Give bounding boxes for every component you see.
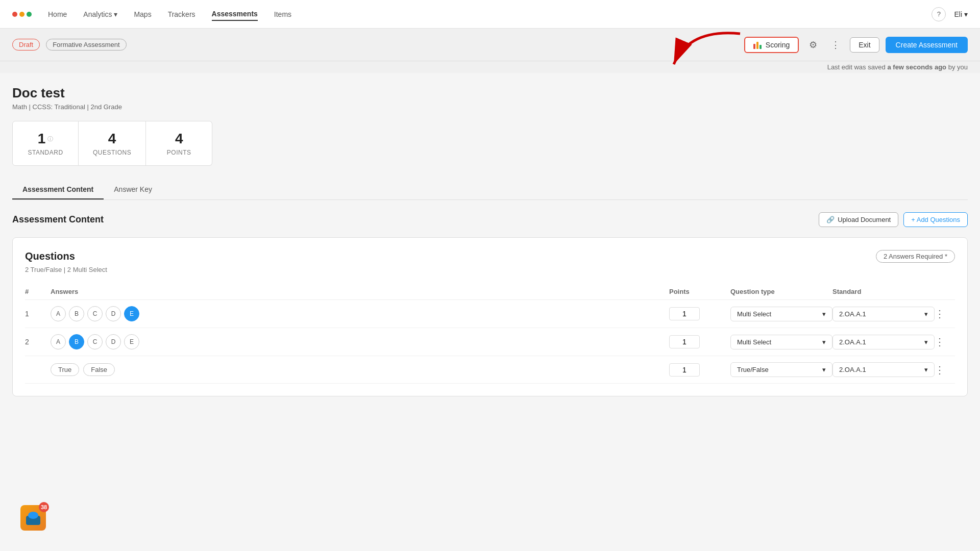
tabs: Assessment Content Answer Key: [12, 180, 968, 200]
user-menu[interactable]: Eli ▾: [954, 10, 968, 18]
logo: [12, 12, 32, 17]
answer-choice-A[interactable]: A: [51, 306, 66, 321]
questions-header: Questions 2 Answers Required *: [25, 250, 955, 263]
content-header: Assessment Content 🔗 Upload Document + A…: [12, 212, 968, 227]
content-section-title: Assessment Content: [12, 214, 104, 225]
nav-assessments[interactable]: Assessments: [212, 8, 258, 21]
col-header-actions: [935, 288, 955, 295]
logo-dot-green: [27, 12, 32, 17]
col-header-question-type: Question type: [730, 288, 832, 295]
col-header-num: #: [25, 288, 51, 295]
table-row: 2 A B C D E Multi Select ▾ 2.OA.A.1 ▾ ⋮: [25, 328, 955, 356]
upload-document-button[interactable]: 🔗 Upload Document: [819, 212, 898, 227]
logo-dot-orange: [19, 12, 24, 17]
saved-status: Last edit was saved a few seconds ago by…: [0, 61, 980, 73]
chevron-down-icon: ▾: [924, 310, 928, 318]
question-type-dropdown-2[interactable]: Multi Select ▾: [730, 335, 832, 349]
toolbar: Draft Formative Assessment Scoring ⚙ ⋮ E…: [0, 29, 980, 61]
chevron-down-icon: ▾: [924, 366, 928, 373]
answer-choice-A-2[interactable]: A: [51, 334, 66, 349]
answer-choice-B-2[interactable]: B: [69, 334, 84, 349]
table-header: # Answers Points Question type Standard: [25, 284, 955, 300]
question-type-dropdown-3[interactable]: True/False ▾: [730, 362, 832, 377]
table-row: True False True/False ▾ 2.OA.A.1 ▾ ⋮: [25, 356, 955, 384]
content-actions: 🔗 Upload Document + Add Questions: [819, 212, 968, 227]
questions-title: Questions: [25, 251, 75, 262]
questions-container: Questions 2 Answers Required * 2 True/Fa…: [12, 237, 968, 396]
answer-choice-B[interactable]: B: [69, 306, 84, 321]
questions-meta: 2 True/False | 2 Multi Select: [25, 266, 955, 273]
settings-button[interactable]: ⚙: [805, 37, 821, 53]
answer-choice-E[interactable]: E: [124, 306, 139, 321]
nav-maps[interactable]: Maps: [134, 8, 151, 20]
stat-questions: 4 QUESTIONS: [79, 121, 146, 166]
nav-items[interactable]: Items: [274, 8, 291, 20]
scoring-icon: [753, 41, 762, 49]
row-more-button-2[interactable]: ⋮: [935, 336, 955, 348]
chevron-down-icon: ▾: [924, 338, 928, 346]
row-number-1: 1: [25, 310, 51, 318]
col-header-answers: Answers: [51, 288, 669, 295]
navbar: Home Analytics ▾ Maps Trackers Assessmen…: [0, 0, 980, 29]
answer-false[interactable]: False: [83, 363, 115, 376]
document-title: Doc test: [12, 85, 968, 101]
logo-dot-red: [12, 12, 17, 17]
answer-choice-C[interactable]: C: [87, 306, 103, 321]
answer-choices-1: A B C D E: [51, 306, 669, 321]
scoring-button[interactable]: Scoring: [744, 37, 799, 53]
more-options-button[interactable]: ⋮: [827, 37, 844, 53]
true-false-choices: True False: [51, 363, 669, 376]
nav-analytics[interactable]: Analytics ▾: [83, 8, 117, 20]
points-cell-2: [669, 335, 730, 348]
row-number-2: 2: [25, 338, 51, 346]
question-type-dropdown-1[interactable]: Multi Select ▾: [730, 307, 832, 321]
answers-required-badge: 2 Answers Required *: [876, 250, 955, 263]
nav-trackers[interactable]: Trackers: [168, 8, 195, 20]
stat-standard: 1 ⓘ STANDARD: [12, 121, 79, 166]
col-header-standard: Standard: [832, 288, 935, 295]
info-icon[interactable]: ⓘ: [47, 135, 53, 143]
create-assessment-button[interactable]: Create Assessment: [886, 37, 968, 53]
col-header-points: Points: [669, 288, 730, 295]
chevron-down-icon: ▾: [822, 366, 826, 373]
help-button[interactable]: ?: [932, 7, 946, 21]
answer-choice-E-2[interactable]: E: [124, 334, 139, 349]
bar-1: [753, 44, 755, 49]
chevron-down-icon: ▾: [822, 310, 826, 318]
chevron-down-icon: ▾: [114, 10, 117, 18]
row-more-button-1[interactable]: ⋮: [935, 308, 955, 320]
table-row: 1 A B C D E Multi Select ▾ 2.OA.A.1 ▾ ⋮: [25, 300, 955, 328]
document-meta: Math | CCSS: Traditional | 2nd Grade: [12, 103, 968, 111]
standard-dropdown-1[interactable]: 2.OA.A.1 ▾: [832, 307, 935, 321]
stats-row: 1 ⓘ STANDARD 4 QUESTIONS 4 POINTS: [12, 121, 968, 166]
draft-badge: Draft: [12, 39, 40, 51]
answer-choice-D-2[interactable]: D: [106, 334, 121, 349]
nav-home[interactable]: Home: [48, 8, 67, 20]
tab-answer-key[interactable]: Answer Key: [104, 180, 162, 199]
add-questions-button[interactable]: + Add Questions: [903, 212, 968, 227]
answer-choice-C-2[interactable]: C: [87, 334, 103, 349]
bar-3: [760, 45, 762, 49]
tab-assessment-content[interactable]: Assessment Content: [12, 180, 104, 199]
answer-choices-2: A B C D E: [51, 334, 669, 349]
exit-button[interactable]: Exit: [850, 37, 879, 53]
row-more-button-3[interactable]: ⋮: [935, 364, 955, 376]
stat-points: 4 POINTS: [146, 121, 212, 166]
bar-2: [756, 42, 758, 49]
link-icon: 🔗: [826, 216, 835, 223]
points-cell-1: [669, 307, 730, 320]
standard-dropdown-3[interactable]: 2.OA.A.1 ▾: [832, 362, 935, 377]
points-input-2[interactable]: [669, 335, 700, 348]
main-content: Doc test Math | CCSS: Traditional | 2nd …: [0, 73, 980, 409]
chevron-down-icon: ▾: [822, 338, 826, 346]
points-input-1[interactable]: [669, 307, 700, 320]
standard-dropdown-2[interactable]: 2.OA.A.1 ▾: [832, 335, 935, 349]
answer-choice-D[interactable]: D: [106, 306, 121, 321]
points-input-3[interactable]: [669, 363, 700, 377]
formative-badge: Formative Assessment: [46, 39, 127, 51]
points-cell-3: [669, 363, 730, 377]
chevron-down-icon: ▾: [964, 10, 968, 18]
answer-true[interactable]: True: [51, 363, 79, 376]
